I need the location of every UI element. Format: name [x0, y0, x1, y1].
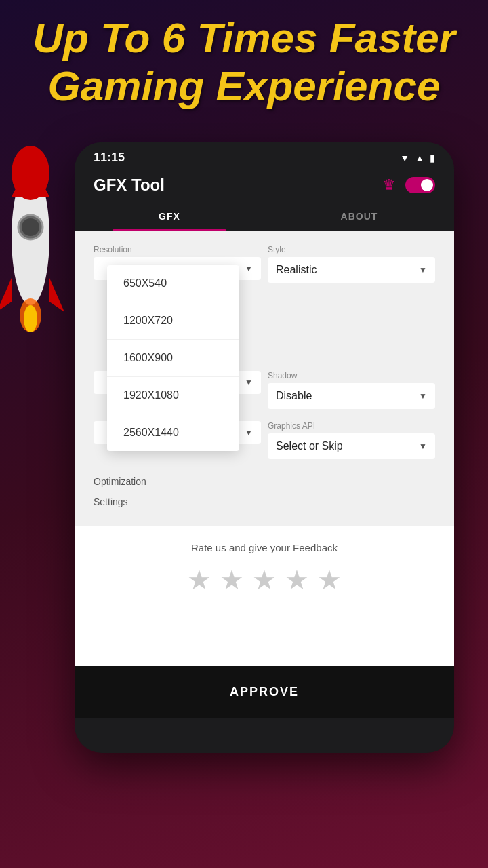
wifi-icon: ▼	[400, 153, 409, 163]
resolution-option-1[interactable]: 650X540	[107, 265, 239, 302]
app-header: GFX Tool ♛	[75, 170, 454, 195]
approve-button[interactable]: APPROVE	[75, 666, 454, 718]
style-label: Style	[268, 245, 435, 254]
shadow-value: Disable	[276, 390, 312, 402]
tab-about[interactable]: ABOUT	[264, 201, 454, 231]
crown-icon: ♛	[382, 176, 396, 194]
svg-point-3	[22, 218, 39, 236]
resolution-option-3[interactable]: 1600X900	[107, 340, 239, 377]
graphics-api-section: Graphics API Select or Skip ▼	[268, 421, 435, 459]
optimization-label: Optimization	[94, 476, 146, 487]
tab-gfx[interactable]: GFX	[75, 201, 264, 231]
stars-row: ★ ★ ★ ★ ★	[88, 564, 441, 595]
star-5[interactable]: ★	[317, 564, 342, 595]
phone-mockup: 11:15 ▼ ▲ ▮ GFX Tool ♛ GFX ABOUT R	[75, 142, 454, 753]
spacer	[75, 612, 454, 666]
graphics-api-value: Select or Skip	[276, 440, 343, 452]
resolution-style-row: Resolution ▼ 650X540 1200X720 1600X900 1…	[94, 245, 435, 283]
star-2[interactable]: ★	[220, 564, 244, 595]
star-1[interactable]: ★	[187, 564, 211, 595]
resolution-option-4[interactable]: 1920X1080	[107, 377, 239, 414]
resolution-label: Resolution	[94, 245, 261, 254]
status-bar: 11:15 ▼ ▲ ▮	[75, 142, 454, 170]
resolution-option-2[interactable]: 1200X720	[107, 302, 239, 340]
shadow-section: Shadow Disable ▼	[268, 371, 435, 409]
battery-icon: ▮	[430, 153, 435, 163]
star-4[interactable]: ★	[285, 564, 309, 595]
settings-area: Resolution ▼ 650X540 1200X720 1600X900 1…	[75, 231, 454, 526]
header-icons: ♛	[382, 176, 435, 194]
status-icons: ▼ ▲ ▮	[400, 153, 435, 163]
style-section: Style Realistic ▼	[268, 245, 435, 283]
resolution-dropdown-list[interactable]: 650X540 1200X720 1600X900 1920X1080 2560…	[107, 265, 239, 451]
signal-icon: ▲	[415, 153, 424, 163]
svg-point-5	[24, 305, 37, 332]
content-area: Resolution ▼ 650X540 1200X720 1600X900 1…	[75, 231, 454, 666]
shadow-dropdown-trigger[interactable]: Disable ▼	[268, 383, 435, 409]
settings-label: Settings	[94, 496, 128, 507]
tab-bar: GFX ABOUT	[75, 201, 454, 231]
shadow-arrow-icon: ▼	[419, 391, 427, 401]
feedback-text: Rate us and give your Feedback	[88, 542, 441, 553]
graphics-api-arrow-icon: ▼	[419, 441, 427, 451]
shadow-left-arrow-icon: ▼	[245, 378, 253, 387]
optimization-row: Optimization	[94, 471, 435, 492]
status-time: 11:15	[94, 151, 125, 165]
graphics-api-dropdown-trigger[interactable]: Select or Skip ▼	[268, 433, 435, 459]
feedback-section: Rate us and give your Feedback ★ ★ ★ ★ ★	[75, 526, 454, 612]
style-dropdown-trigger[interactable]: Realistic ▼	[268, 257, 435, 283]
rocket-decoration	[0, 102, 68, 346]
style-value: Realistic	[276, 264, 317, 276]
hero-title: Up To 6 Times Faster Gaming Experience	[14, 14, 474, 111]
graphics-api-label: Graphics API	[268, 421, 435, 431]
resolution-option-5[interactable]: 2560X1440	[107, 414, 239, 451]
shadow-label: Shadow	[268, 371, 435, 380]
settings-row: Settings	[94, 492, 435, 512]
graphics-left-arrow-icon: ▼	[245, 428, 253, 437]
resolution-arrow-icon: ▼	[245, 264, 253, 273]
hero-section: Up To 6 Times Faster Gaming Experience	[14, 14, 474, 111]
resolution-section: Resolution ▼ 650X540 1200X720 1600X900 1…	[94, 245, 261, 283]
app-title: GFX Tool	[94, 176, 165, 195]
star-3[interactable]: ★	[252, 564, 277, 595]
style-arrow-icon: ▼	[419, 265, 427, 275]
main-toggle[interactable]	[405, 177, 435, 193]
